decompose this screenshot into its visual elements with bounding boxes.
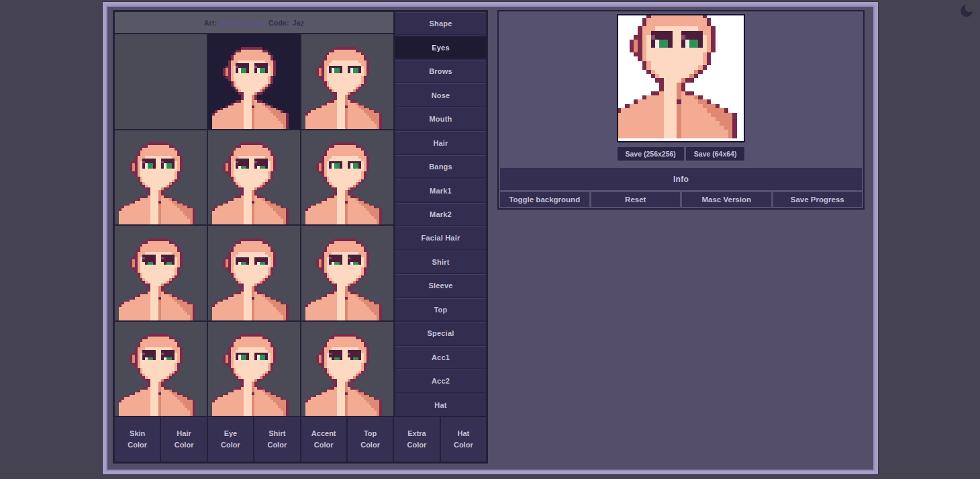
save-large-button[interactable]: Save (256x256): [618, 147, 684, 161]
color-button-hat[interactable]: Hat Color: [441, 417, 486, 462]
eye-option-cell[interactable]: [208, 322, 300, 417]
category-tab-acc1[interactable]: Acc1: [395, 346, 486, 368]
moon-icon[interactable]: [959, 3, 975, 19]
artist-name: Poltergeister: [220, 19, 265, 27]
color-button-hair[interactable]: Hair Color: [161, 417, 206, 462]
action-button-masc-version[interactable]: Masc Version: [682, 192, 771, 207]
eye-option-cell-empty[interactable]: [115, 34, 207, 129]
category-tab-eyes[interactable]: Eyes: [395, 36, 486, 58]
app-background: Art: Poltergeister Code: Jaz ShapeEyesBr…: [0, 0, 980, 479]
color-button-skin[interactable]: Skin Color: [115, 417, 160, 462]
code-value: Jaz: [293, 19, 305, 27]
eye-option-cell[interactable]: [301, 226, 393, 320]
category-sidebar: ShapeEyesBrowsNoseMouthHairBangsMark1Mar…: [395, 12, 486, 416]
eye-options-grid: [115, 34, 393, 416]
category-tab-shirt[interactable]: Shirt: [395, 251, 486, 273]
category-tab-mouth[interactable]: Mouth: [395, 107, 486, 130]
category-tab-top[interactable]: Top: [395, 298, 486, 320]
color-button-top[interactable]: Top Color: [348, 417, 393, 462]
color-button-extra[interactable]: Extra Color: [394, 417, 439, 462]
category-tab-nose[interactable]: Nose: [395, 83, 486, 105]
eye-option-cell[interactable]: [301, 130, 393, 225]
action-button-save-progress[interactable]: Save Progress: [773, 192, 863, 207]
spacer: [500, 161, 862, 168]
color-button-accent[interactable]: Accent Color: [301, 417, 346, 462]
category-tab-hair[interactable]: Hair: [395, 131, 486, 153]
action-button-toggle-background[interactable]: Toggle background: [500, 192, 589, 207]
category-tab-sleeve[interactable]: Sleeve: [395, 274, 486, 296]
category-tab-bangs[interactable]: Bangs: [395, 155, 486, 177]
action-buttons-row: Toggle backgroundResetMasc VersionSave P…: [500, 192, 862, 207]
options-area: Art: Poltergeister Code: Jaz ShapeEyesBr…: [115, 12, 486, 416]
eye-option-cell[interactable]: [301, 34, 393, 129]
save-small-button[interactable]: Save (64x64): [686, 147, 745, 161]
customization-panel: Art: Poltergeister Code: Jaz ShapeEyesBr…: [113, 10, 488, 464]
preview-panel: Save (256x256) Save (64x64) Info Toggle …: [497, 10, 865, 210]
eye-option-cell[interactable]: [208, 130, 300, 225]
credits-bar: Art: Poltergeister Code: Jaz: [115, 12, 393, 33]
category-tab-facial-hair[interactable]: Facial Hair: [395, 226, 486, 249]
category-tab-shape[interactable]: Shape: [395, 12, 486, 34]
category-tab-special[interactable]: Special: [395, 322, 486, 344]
options-column: Art: Poltergeister Code: Jaz: [115, 12, 393, 416]
info-bar[interactable]: Info: [500, 168, 862, 190]
eye-option-cell[interactable]: [301, 322, 393, 417]
eye-option-cell[interactable]: [115, 322, 207, 417]
character-preview: [617, 14, 745, 142]
character-preview-image: [617, 14, 745, 141]
category-tab-mark1[interactable]: Mark1: [395, 179, 486, 201]
eye-option-cell[interactable]: [115, 130, 207, 225]
category-tab-brows[interactable]: Brows: [395, 60, 486, 82]
code-label: Code:: [268, 19, 289, 27]
color-buttons-row: Skin ColorHair ColorEye ColorShirt Color…: [115, 417, 486, 462]
category-tab-acc2[interactable]: Acc2: [395, 369, 486, 392]
eye-option-cell[interactable]: [115, 226, 207, 320]
eye-option-cell[interactable]: [208, 226, 300, 320]
category-tab-mark2[interactable]: Mark2: [395, 203, 486, 225]
eye-option-cell[interactable]: [208, 34, 300, 129]
app-window: Art: Poltergeister Code: Jaz ShapeEyesBr…: [103, 2, 878, 474]
category-tab-hat[interactable]: Hat: [395, 394, 486, 416]
action-button-reset[interactable]: Reset: [591, 192, 681, 207]
save-row: Save (256x256) Save (64x64): [500, 147, 862, 161]
art-label: Art:: [204, 19, 217, 27]
color-button-eye[interactable]: Eye Color: [208, 417, 253, 462]
color-button-shirt[interactable]: Shirt Color: [254, 417, 299, 462]
